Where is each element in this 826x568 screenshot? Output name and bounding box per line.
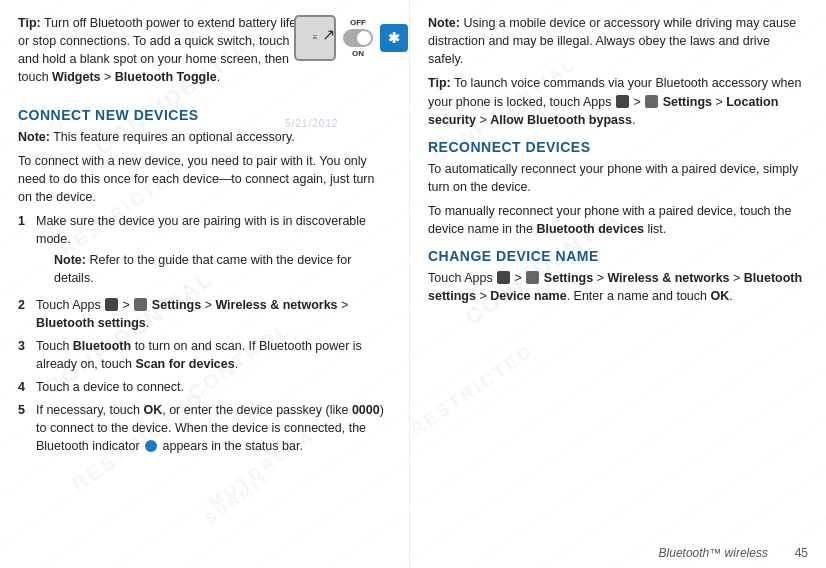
settings-icon-tip2	[645, 95, 658, 108]
step-4-content: Touch a device to connect.	[36, 378, 391, 396]
right-tip-label: Tip:	[428, 76, 451, 90]
step-3-bluetooth: Bluetooth	[73, 339, 131, 353]
section-reconnect-title: RECONNECT DEVICES	[428, 139, 808, 155]
step-1-note-label: Note:	[54, 253, 86, 267]
change-settings: Settings	[544, 271, 593, 285]
tip-period: .	[217, 70, 220, 84]
apps-icon-step2	[105, 298, 118, 311]
step-3-content: Touch Bluetooth to turn on and scan. If …	[36, 337, 391, 373]
main-content: Tip: Turn off Bluetooth power to extend …	[0, 0, 826, 568]
tip-image: ≡ OFF ON ✱ ↗	[311, 14, 391, 62]
reconnect-text2: To manually reconnect your phone with a …	[428, 202, 808, 238]
right-note: Note: Using a mobile device or accessory…	[428, 14, 808, 68]
step-3-num: 3	[18, 337, 32, 355]
step-3: 3 Touch Bluetooth to turn on and scan. I…	[18, 337, 391, 373]
reconnect-end: list.	[644, 222, 666, 236]
step-2-num: 2	[18, 296, 32, 314]
apps-icon-tip2	[616, 95, 629, 108]
apps-icon-change	[497, 271, 510, 284]
reconnect-bold: Bluetooth devices	[536, 222, 644, 236]
right-note-text: Using a mobile device or accessory while…	[428, 16, 796, 66]
step-1-num: 1	[18, 212, 32, 230]
tip-text-block: Tip: Turn off Bluetooth power to extend …	[18, 14, 303, 93]
step-5-content: If necessary, touch OK, or enter the dev…	[36, 401, 391, 455]
change-device-name: Device name	[490, 289, 566, 303]
step-1-note-text: Refer to the guide that came with the de…	[54, 253, 351, 285]
step-4: 4 Touch a device to connect.	[18, 378, 391, 396]
tip-bluetooth-toggle: Bluetooth Toggle	[115, 70, 217, 84]
step-1: 1 Make sure the device you are pairing w…	[18, 212, 391, 291]
step-5-ok: OK	[143, 403, 162, 417]
settings-icon-step2	[134, 298, 147, 311]
right-note-label: Note:	[428, 16, 460, 30]
note1-label: Note:	[18, 130, 50, 144]
settings-icon-change	[526, 271, 539, 284]
tip-label: Tip:	[18, 16, 41, 30]
right-tip: Tip: To launch voice commands via your B…	[428, 74, 808, 128]
tip2-settings: Settings	[663, 95, 712, 109]
step-2-settings: Settings	[152, 298, 201, 312]
step-2-content: Touch Apps > Settings > Wireless & netwo…	[36, 296, 391, 332]
tip-gt1: >	[101, 70, 115, 84]
step-5: 5 If necessary, touch OK, or enter the d…	[18, 401, 391, 455]
connect-intro: To connect with a new device, you need t…	[18, 152, 391, 206]
section-connect-title: CONNECT NEW DEVICES	[18, 107, 391, 123]
tip-box-1: Tip: Turn off Bluetooth power to extend …	[18, 14, 391, 93]
section-change-title: CHANGE DEVICE NAME	[428, 248, 808, 264]
change-ok: OK	[710, 289, 729, 303]
left-column: Tip: Turn off Bluetooth power to extend …	[0, 0, 410, 568]
footer-label: Bluetooth™ wireless	[659, 546, 768, 560]
step-2-wireless: Wireless & networks	[215, 298, 337, 312]
step-2: 2 Touch Apps > Settings > Wireless & net…	[18, 296, 391, 332]
tip-paragraph: Tip: Turn off Bluetooth power to extend …	[18, 14, 303, 87]
change-wireless: Wireless & networks	[607, 271, 729, 285]
bt-status-icon	[145, 440, 157, 452]
step-4-num: 4	[18, 378, 32, 396]
footer-page: 45	[795, 546, 808, 560]
footer: Bluetooth™ wireless 45	[659, 546, 808, 560]
steps-list: 1 Make sure the device you are pairing w…	[18, 212, 391, 456]
connect-note: Note: This feature requires an optional …	[18, 128, 391, 146]
step-5-num: 5	[18, 401, 32, 419]
step-1-note: Note: Refer to the guide that came with …	[54, 251, 391, 287]
note1-text: This feature requires an optional access…	[50, 130, 295, 144]
step-2-bt-settings: Bluetooth settings	[36, 316, 146, 330]
change-text: Touch Apps > Settings > Wireless & netwo…	[428, 269, 808, 305]
tip2-allow-bt: Allow Bluetooth bypass	[490, 113, 632, 127]
step-1-text: Make sure the device you are pairing wit…	[36, 214, 366, 246]
step-5-passkey: 0000	[352, 403, 380, 417]
reconnect-text1: To automatically reconnect your phone wi…	[428, 160, 808, 196]
right-column: Note: Using a mobile device or accessory…	[410, 0, 826, 568]
tip-widgets: Widgets	[52, 70, 101, 84]
step-3-scan: Scan for devices	[135, 357, 234, 371]
step-1-content: Make sure the device you are pairing wit…	[36, 212, 391, 291]
